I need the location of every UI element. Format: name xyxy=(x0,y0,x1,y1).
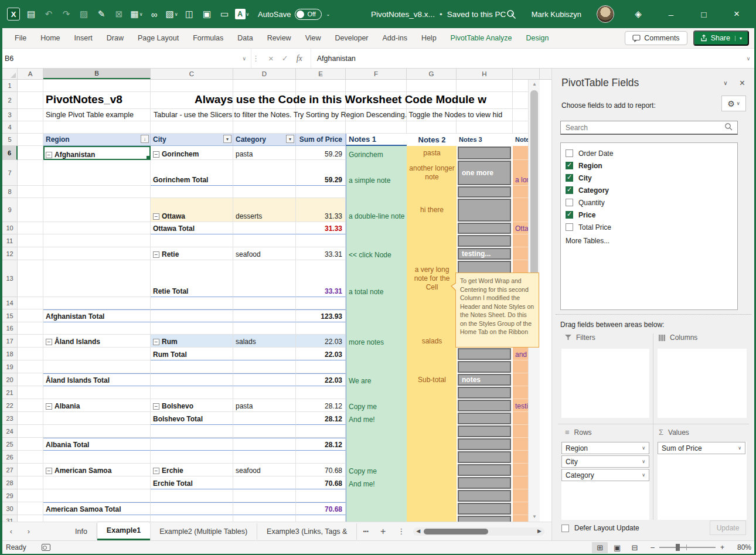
update-button[interactable]: Update xyxy=(710,520,746,535)
cell-E19[interactable] xyxy=(296,360,346,373)
cell-F14[interactable] xyxy=(346,297,407,309)
cell-E10[interactable]: 31.33 xyxy=(296,222,346,234)
share-button[interactable]: Share ▾ xyxy=(693,30,749,46)
vertical-scroll-thumb[interactable] xyxy=(530,90,538,297)
cell-C6[interactable]: −Gorinchem xyxy=(151,146,233,160)
cell-G11[interactable] xyxy=(407,234,457,247)
cell-H12[interactable]: testing... xyxy=(457,247,513,260)
more-tables-link[interactable]: More Tables... xyxy=(566,234,737,247)
chevron-down-icon[interactable]: ∨ xyxy=(242,56,246,62)
cell-G18[interactable] xyxy=(407,348,457,360)
cell-G26[interactable] xyxy=(407,451,457,464)
cell-B15[interactable]: Afghanistan Total xyxy=(43,309,151,322)
columns-drop-area[interactable] xyxy=(658,349,747,418)
cell-G12[interactable] xyxy=(407,247,457,260)
cell-F5[interactable]: Notes 1 xyxy=(346,134,407,146)
cell-C9[interactable]: −Ottawa xyxy=(151,198,233,222)
cell-H19[interactable] xyxy=(457,360,513,373)
rows-drop-area[interactable]: Region∨City∨Category∨ xyxy=(561,442,649,520)
cell-A11[interactable] xyxy=(18,234,43,247)
formula-input[interactable]: Afghanistan xyxy=(311,49,741,68)
cell-F23[interactable]: And me! xyxy=(346,412,407,425)
cell-D27[interactable]: seafood xyxy=(233,464,296,476)
open-folder-icon[interactable]: ▭ xyxy=(217,6,232,22)
cell-A14[interactable] xyxy=(18,297,43,309)
row-header-24[interactable]: 24 xyxy=(2,425,18,438)
collapse-node-icon[interactable]: − xyxy=(153,403,159,410)
cell-H11[interactable] xyxy=(457,234,513,247)
add-sheet-button[interactable]: + xyxy=(374,526,391,537)
ribbon-tab-formulas[interactable]: Formulas xyxy=(186,30,230,46)
cell-H24[interactable] xyxy=(457,425,513,438)
cell-H20[interactable]: notes xyxy=(457,373,513,386)
cell-G30[interactable] xyxy=(407,502,457,515)
cell-A19[interactable] xyxy=(18,360,43,373)
cell-B30[interactable]: American Samoa Total xyxy=(43,502,151,515)
cell-B31[interactable] xyxy=(43,515,151,522)
cell-G5[interactable]: Notes 2 xyxy=(407,134,457,146)
document-title[interactable]: PivotNotes_v8.x... • Saved to this PC ∨ xyxy=(371,10,514,19)
sheet-menu-icon[interactable]: ⋮ xyxy=(391,527,411,536)
cell-D12[interactable]: seafood xyxy=(233,247,296,260)
field-item-quantity[interactable]: Quantity xyxy=(566,196,737,209)
cell-G8[interactable] xyxy=(407,186,457,198)
cell-E31[interactable] xyxy=(296,515,346,522)
field-item-region[interactable]: Region xyxy=(566,159,737,172)
cell-E9[interactable]: 31.33 xyxy=(296,198,346,222)
row-header-1[interactable]: 1 xyxy=(2,80,18,92)
cell-F9[interactable]: a double-line note xyxy=(346,198,407,222)
cell-G6[interactable]: pasta xyxy=(407,146,457,160)
cell-D1[interactable] xyxy=(233,80,296,92)
cell-C31[interactable] xyxy=(151,515,233,522)
zoom-percent[interactable]: 80% xyxy=(733,543,751,551)
cell-B26[interactable] xyxy=(43,451,151,464)
cell-G15[interactable] xyxy=(407,309,457,322)
cell-D11[interactable] xyxy=(233,234,296,247)
camera-icon[interactable]: ◫ xyxy=(182,6,197,22)
cell-D10[interactable] xyxy=(233,222,296,234)
search-icon[interactable] xyxy=(506,9,516,19)
cell-A29[interactable] xyxy=(18,489,43,502)
cell-C11[interactable] xyxy=(151,234,233,247)
cell-G4[interactable] xyxy=(407,121,457,134)
filters-drop-area[interactable] xyxy=(561,349,649,418)
cell-D29[interactable] xyxy=(233,489,296,502)
cell-B11[interactable] xyxy=(43,234,151,247)
cell-B27[interactable]: −American Samoa xyxy=(43,464,151,476)
filter-button[interactable]: ▾ xyxy=(223,135,231,143)
cell-H26[interactable] xyxy=(457,451,513,464)
maximize-button[interactable]: □ xyxy=(695,9,713,19)
cell-E16[interactable] xyxy=(296,322,346,335)
cell-G1[interactable] xyxy=(407,80,457,92)
cell-B16[interactable] xyxy=(43,322,151,335)
cell-F25[interactable] xyxy=(346,438,407,451)
format-as-table-icon[interactable]: ▧∨ xyxy=(164,6,179,22)
cell-E1[interactable] xyxy=(296,80,346,92)
zoom-slider-thumb[interactable] xyxy=(676,544,680,551)
cell-D16[interactable] xyxy=(233,322,296,335)
row-header-10[interactable]: 10 xyxy=(2,222,18,234)
ribbon-tab-data[interactable]: Data xyxy=(231,30,259,46)
collapse-node-icon[interactable]: − xyxy=(46,403,52,410)
cell-G10[interactable] xyxy=(407,222,457,234)
cell-C27[interactable]: −Erchie xyxy=(151,464,233,476)
cell-F24[interactable] xyxy=(346,425,407,438)
remove-cells-icon[interactable]: ⊠ xyxy=(111,6,127,22)
ribbon-tab-help[interactable]: Help xyxy=(415,30,443,46)
ribbon-tab-add-ins[interactable]: Add-ins xyxy=(376,30,414,46)
cell-A31[interactable] xyxy=(18,515,43,522)
cell-D6[interactable]: pasta xyxy=(233,146,296,160)
cell-A24[interactable] xyxy=(18,425,43,438)
cell-D17[interactable]: salads xyxy=(233,335,296,348)
cell-A8[interactable] xyxy=(18,186,43,198)
cell-E26[interactable] xyxy=(296,451,346,464)
cell-B9[interactable] xyxy=(43,198,151,222)
row-header-11[interactable]: 11 xyxy=(2,234,18,247)
cell-A18[interactable] xyxy=(18,348,43,360)
row-header-16[interactable]: 16 xyxy=(2,322,18,335)
cell-E28[interactable]: 70.68 xyxy=(296,476,346,489)
cell-D4[interactable] xyxy=(233,121,296,134)
row-header-14[interactable]: 14 xyxy=(2,297,18,309)
row-header-18[interactable]: 18 xyxy=(2,348,18,360)
scroll-left-icon[interactable]: ◀ xyxy=(416,528,420,534)
